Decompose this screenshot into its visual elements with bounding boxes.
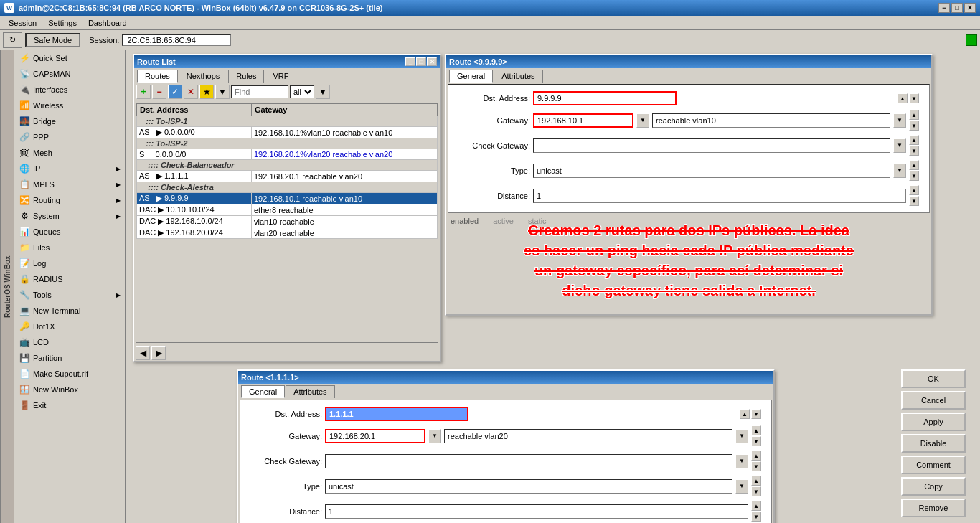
menu-session[interactable]: Session [3,17,42,29]
refresh-btn[interactable]: ↻ [3,32,22,48]
distance-scroll-up-bottom[interactable]: ▲ [751,501,761,511]
table-row[interactable]: AS ▶ 0.0.0.0/0 192.168.10.1%vlan10 reach… [137,127,438,138]
filter-route-btn[interactable]: ▼ [215,85,230,99]
dst-address-input-bottom[interactable] [325,407,468,421]
check-gateway-dropdown-top[interactable]: ▼ [893,138,906,153]
check-gateway-dropdown-bottom[interactable]: ▼ [735,454,748,468]
check-gateway-input-bottom[interactable] [325,454,732,468]
comment-route-btn[interactable]: ★ [199,85,214,99]
sidebar-item-routing[interactable]: 🔀 Routing [14,192,125,208]
filter-expand-btn[interactable]: ▼ [316,85,330,99]
sidebar-item-tools[interactable]: 🔧 Tools [14,287,125,303]
route-list-maximize[interactable]: □ [416,57,426,66]
type-scroll-down-top[interactable]: ▼ [909,171,919,181]
distance-scroll-down-bottom[interactable]: ▼ [751,512,761,522]
sidebar-item-capsman[interactable]: 📡 CAPsMAN [14,66,125,82]
table-row[interactable]: AS ▶ 1.1.1.1 192.168.20.1 reachable vlan… [137,171,438,182]
gateway-extra-dropdown-top[interactable]: ▼ [893,113,906,128]
sidebar-item-log[interactable]: 📝 Log [14,255,125,271]
comment-button[interactable]: Comment [901,456,966,474]
gateway-scroll-down-top[interactable]: ▼ [909,121,919,131]
tab-attributes-bottom[interactable]: Attributes [286,385,334,398]
col-dst-address[interactable]: Dst. Address [137,104,252,116]
gateway-scroll-up-top[interactable]: ▲ [909,110,919,120]
sidebar-item-files[interactable]: 📁 Files [14,240,125,255]
ok-button[interactable]: OK [901,369,966,388]
enable-route-btn[interactable]: ✓ [168,85,182,99]
check-gw-scroll-up-bottom[interactable]: ▲ [751,451,761,461]
check-gw-scroll-up-top[interactable]: ▲ [909,135,919,145]
sidebar-item-dot1x[interactable]: 🔑 Dot1X [14,319,125,334]
sidebar-item-system[interactable]: ⚙ System [14,208,125,224]
distance-input-bottom[interactable] [325,504,748,519]
table-row[interactable]: DAC ▶ 10.10.10.0/24 ether8 reachable [137,204,438,216]
dst-address-input-top[interactable] [533,91,677,105]
tab-rules[interactable]: Rules [228,70,264,83]
gateway-extra-bottom[interactable] [444,429,732,443]
dst-scroll-up-bottom[interactable]: ▲ [740,409,750,419]
route-list-close[interactable]: ✕ [427,57,437,66]
sidebar-item-partition[interactable]: 💾 Partition [14,350,125,366]
tab-general-bottom[interactable]: General [241,385,285,398]
disable-route-btn[interactable]: ✕ [184,85,198,99]
type-dropdown-top[interactable]: ▼ [893,164,906,178]
sidebar-item-queues[interactable]: 📊 Queues [14,224,125,240]
table-row[interactable]: DAC ▶ 192.168.20.0/24 vlan20 reachable [137,227,438,239]
distance-input-top[interactable] [533,189,906,203]
add-route-btn[interactable]: + [136,85,151,99]
route-list-minimize[interactable]: _ [405,57,415,66]
safe-mode-button[interactable]: Safe Mode [25,33,80,47]
gateway-scroll-down-bottom[interactable]: ▼ [751,436,761,446]
sidebar-item-quick-set[interactable]: ⚡ Quick Set [14,50,125,66]
sidebar-item-ppp[interactable]: 🔗 PPP [14,129,125,145]
tab-vrf[interactable]: VRF [265,70,296,83]
gateway-scroll-up-bottom[interactable]: ▲ [751,425,761,435]
scroll-right-btn[interactable]: ▶ [151,346,166,360]
check-gateway-input-top[interactable] [533,138,890,153]
check-gw-scroll-down-bottom[interactable]: ▼ [751,461,761,471]
gateway-input-top[interactable] [533,113,633,128]
copy-button[interactable]: Copy [901,477,966,496]
apply-button[interactable]: Apply [901,413,966,431]
tab-nexthops[interactable]: Nexthops [179,70,227,83]
sidebar-item-lcd[interactable]: 📺 LCD [14,334,125,350]
distance-scroll-down-top[interactable]: ▼ [909,196,919,206]
tab-routes[interactable]: Routes [137,70,178,83]
gateway-extra-top[interactable] [652,113,890,128]
type-dropdown-bottom[interactable]: ▼ [735,479,748,494]
route-filter-select[interactable]: all [290,85,314,98]
col-gateway[interactable]: Gateway [252,104,438,116]
sidebar-item-interfaces[interactable]: 🔌 Interfaces [14,82,125,98]
sidebar-item-new-winbox[interactable]: 🪟 New WinBox [14,382,125,397]
gateway-input-bottom[interactable] [325,429,425,443]
menu-dashboard[interactable]: Dashboard [83,17,133,29]
sidebar-item-exit[interactable]: 🚪 Exit [14,397,125,413]
type-scroll-down-bottom[interactable]: ▼ [751,486,761,496]
sidebar-item-radius[interactable]: 🔒 RADIUS [14,271,125,287]
sidebar-item-wireless[interactable]: 📶 Wireless [14,98,125,113]
sidebar-item-make-supout[interactable]: 📄 Make Supout.rif [14,366,125,382]
scroll-left-btn[interactable]: ◀ [136,346,150,360]
close-btn[interactable]: ✕ [964,3,976,13]
remove-button[interactable]: Remove [901,499,966,517]
route-table-container[interactable]: Dst. Address Gateway ::: To-ISP-1 AS ▶ 0… [136,103,438,343]
gateway-dropdown-bottom[interactable]: ▼ [428,429,441,443]
sidebar-item-mpls[interactable]: 📋 MPLS [14,176,125,192]
type-scroll-up-bottom[interactable]: ▲ [751,476,761,486]
dst-scroll-down-bottom[interactable]: ▼ [751,409,761,419]
menu-settings[interactable]: Settings [42,17,83,29]
session-input[interactable] [122,34,231,46]
cancel-button[interactable]: Cancel [901,391,966,410]
type-input-bottom[interactable] [325,479,732,494]
dst-scroll-up-top[interactable]: ▲ [897,93,908,103]
sidebar-item-bridge[interactable]: 🌉 Bridge [14,113,125,129]
table-row[interactable]: S 0.0.0.0/0 192.168.20.1%vlan20 reachabl… [137,149,438,160]
maximize-btn[interactable]: □ [951,3,963,13]
table-row-selected[interactable]: AS ▶ 9.9.9.9 192.168.10.1 reachable vlan… [137,193,438,204]
gateway-extra-dropdown-bottom[interactable]: ▼ [735,429,748,443]
table-row[interactable]: DAC ▶ 192.168.10.0/24 vlan10 reachable [137,216,438,227]
sidebar-item-new-terminal[interactable]: 💻 New Terminal [14,303,125,319]
dst-scroll-down-top[interactable]: ▼ [909,93,919,103]
type-scroll-up-top[interactable]: ▲ [909,160,919,170]
sidebar-item-ip[interactable]: 🌐 IP [14,161,125,176]
